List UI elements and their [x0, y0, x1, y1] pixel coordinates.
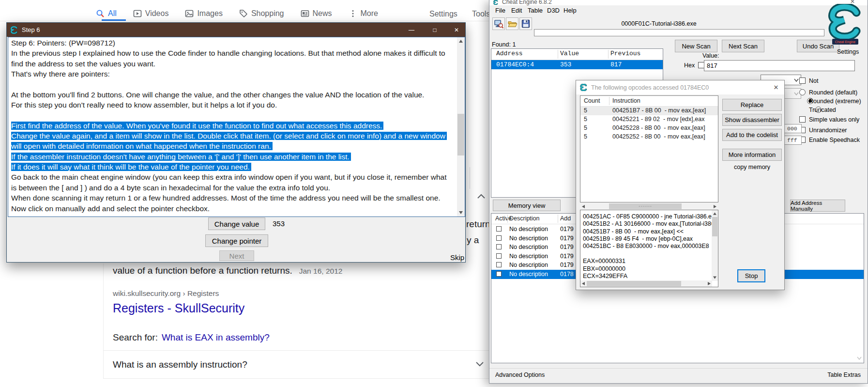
- address-active-checkbox[interactable]: [496, 262, 502, 267]
- opcode-row[interactable]: 5 00425252 - 8B 00 - mov eax,[eax]: [580, 133, 718, 141]
- google-tools-link[interactable]: Tools: [472, 10, 490, 18]
- col-instruction[interactable]: Instruction: [612, 97, 640, 104]
- menu-d3d[interactable]: D3D: [547, 7, 560, 14]
- scroll-down-icon[interactable]: [713, 276, 716, 279]
- change-pointer-button[interactable]: Change pointer: [205, 234, 268, 247]
- scroll-right-icon[interactable]: [708, 282, 711, 285]
- close-button[interactable]: ✕: [450, 23, 463, 37]
- scroll-up-icon[interactable]: [459, 40, 463, 43]
- copy-memory-label[interactable]: copy memory: [722, 164, 782, 170]
- opcode-row[interactable]: 5 00425228 - 8B 00 - mov eax,[eax]: [580, 124, 718, 133]
- tab-all[interactable]: All: [96, 9, 117, 18]
- tab-videos-label: Videos: [145, 9, 169, 18]
- add-address-manually-button[interactable]: Add Address Manually: [790, 200, 845, 212]
- address-value: 0179: [560, 244, 574, 250]
- tab-images[interactable]: Images: [185, 9, 222, 18]
- scroll-up-icon[interactable]: [713, 212, 716, 215]
- col-previous[interactable]: Previous: [610, 50, 640, 57]
- step6-titlebar[interactable]: Step 6: [7, 23, 465, 37]
- col-count[interactable]: Count: [584, 97, 600, 104]
- col-value[interactable]: Value: [560, 50, 579, 57]
- save-table-button[interactable]: [519, 17, 532, 30]
- column-separator[interactable]: [558, 50, 558, 59]
- stop-button[interactable]: Stop: [737, 269, 765, 282]
- replace-button[interactable]: Replace: [722, 99, 782, 111]
- menu-help[interactable]: Help: [563, 7, 577, 14]
- result-breadcrumb: wiki.skullsecurity.org › Registers: [113, 289, 219, 298]
- memory-view-button[interactable]: Memory view: [493, 200, 561, 211]
- settings-link[interactable]: Settings: [837, 48, 859, 55]
- col-address[interactable]: Add: [560, 215, 571, 222]
- extra-hscrollbar[interactable]: [580, 280, 712, 287]
- memo-scroll-thumb[interactable]: [457, 114, 464, 155]
- scroll-left-icon[interactable]: [582, 282, 585, 285]
- rounded-default-radio[interactable]: [799, 89, 806, 95]
- extra-vscrollbar[interactable]: [712, 210, 718, 281]
- new-scan-button[interactable]: New Scan: [675, 40, 717, 52]
- chevron-up-icon[interactable]: [476, 193, 486, 200]
- menu-table[interactable]: Table: [528, 7, 543, 14]
- table-extras-link[interactable]: Table Extras: [827, 372, 861, 378]
- ce-titlebar[interactable]: Cheat Engine 6.8.2 ✕: [489, 0, 868, 5]
- opcodes-hscrollbar[interactable]: [580, 203, 718, 210]
- scroll-right-icon[interactable]: [714, 205, 716, 208]
- next-button[interactable]: Next: [219, 250, 254, 261]
- scroll-thumb[interactable]: [587, 281, 681, 286]
- snippet-text: value of a function before a function re…: [113, 265, 292, 276]
- found-row-selected[interactable]: 01784EC0:4 353 817: [491, 60, 663, 69]
- scroll-down-icon[interactable]: [857, 356, 862, 360]
- chevron-down-icon[interactable]: [474, 361, 485, 368]
- tab-shopping[interactable]: Shopping: [239, 9, 284, 18]
- scroll-down-icon[interactable]: [459, 211, 463, 214]
- opcodes-table-header[interactable]: Count Instruction: [580, 96, 718, 107]
- search-for-link[interactable]: What is EAX in assembly?: [162, 332, 270, 342]
- menu-edit[interactable]: Edit: [511, 7, 522, 14]
- minimize-button[interactable]: —: [405, 23, 418, 37]
- address-active-checkbox[interactable]: [496, 235, 502, 241]
- next-scan-button[interactable]: Next Scan: [722, 40, 764, 52]
- cheat-engine-logo[interactable]: Cheat Engine: [828, 4, 862, 46]
- scroll-left-icon[interactable]: [582, 205, 585, 208]
- scan-value-input[interactable]: 817: [704, 60, 855, 71]
- opcode-row[interactable]: 5 00425221 - 89 02 - mov [edx],eax: [580, 115, 718, 124]
- address-active-checkbox[interactable]: [496, 226, 502, 232]
- tab-videos[interactable]: Videos: [133, 9, 169, 18]
- menu-file[interactable]: File: [495, 7, 505, 14]
- address-active-checkbox[interactable]: [496, 253, 502, 259]
- opcodes-close-button[interactable]: ✕: [768, 80, 784, 94]
- col-address[interactable]: Address: [496, 50, 523, 57]
- col-description[interactable]: Description: [509, 215, 540, 222]
- not-checkbox[interactable]: [799, 77, 806, 84]
- select-process-button[interactable]: [492, 17, 505, 30]
- google-settings-link[interactable]: Settings: [429, 10, 457, 18]
- address-active-checkbox[interactable]: [496, 244, 502, 249]
- show-disassembler-button[interactable]: Show disassembler: [722, 114, 782, 126]
- memo-scrollbar[interactable]: [457, 37, 465, 217]
- paa-question[interactable]: What is an assembly instruction?: [113, 359, 247, 370]
- tutorial-text-line: find the address to set the values you w…: [11, 60, 454, 70]
- skip-link[interactable]: Skip: [450, 253, 464, 262]
- register-line: EAX=00000331: [583, 258, 711, 265]
- advanced-options-link[interactable]: Advanced Options: [495, 372, 545, 378]
- opcodes-window: The following opcodes accessed 01784EC0 …: [576, 80, 785, 290]
- opcodes-table[interactable]: Count Instruction 5 004251B7 - 8B 00 - m…: [580, 95, 718, 202]
- more-information-button[interactable]: More information: [722, 149, 782, 161]
- maximize-button[interactable]: □: [428, 23, 442, 37]
- change-value-button[interactable]: Change value: [208, 217, 265, 230]
- found-table-header[interactable]: Address Value Previous: [491, 49, 663, 60]
- extra-info-panel[interactable]: 004251AC - 0F85 C9000000 - jne Tutorial-…: [580, 210, 718, 287]
- simple-values-checkbox[interactable]: [799, 116, 806, 123]
- column-separator[interactable]: [608, 50, 609, 59]
- add-to-codelist-button[interactable]: Add to the codelist: [722, 129, 782, 141]
- address-active-checkbox[interactable]: [496, 271, 502, 277]
- tutorial-text-area[interactable]: Step 6: Pointers: (PW=098712)In the prev…: [8, 37, 465, 217]
- tab-more[interactable]: More: [349, 9, 378, 18]
- scroll-thumb[interactable]: [609, 203, 682, 209]
- result-title-link[interactable]: Registers - SkullSecurity: [113, 301, 244, 315]
- scroll-thumb[interactable]: [712, 217, 717, 236]
- simple-values-label: Simple values only: [809, 116, 859, 123]
- opcode-row[interactable]: 5 004251B7 - 8B 00 - mov eax,[eax]: [580, 107, 718, 115]
- tab-news[interactable]: News: [301, 9, 332, 18]
- open-table-button[interactable]: [506, 17, 518, 30]
- opcodes-titlebar[interactable]: The following opcodes accessed 01784EC0 …: [576, 80, 784, 94]
